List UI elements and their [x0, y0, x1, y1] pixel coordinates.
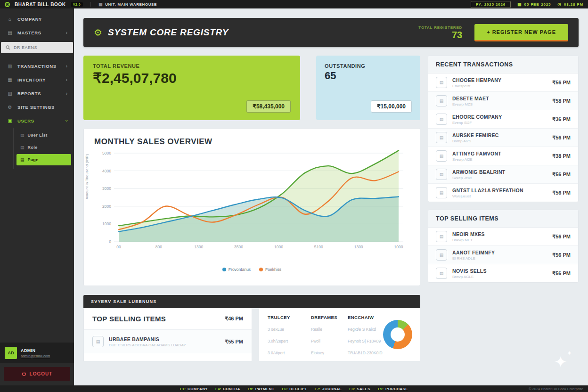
top-selling-panel: TOP SELLING ITEMS ▤ NEOIR MXES Bakwp MET… — [428, 210, 579, 283]
logout-button[interactable]: LOGOUT — [4, 367, 70, 381]
sidebar-item-masters[interactable]: ▤ MASTERS› — [0, 26, 74, 40]
item-icon: ▤ — [436, 150, 447, 162]
list-item[interactable]: ▤ DESETE MAET Evewp MZS ₹58 PM — [428, 92, 578, 110]
sparkle-icon: ✦ — [567, 350, 572, 357]
revenue-label: TOTAL REVENUE — [93, 63, 291, 69]
chevron-right-icon: › — [66, 77, 67, 82]
summary-table-card: TRULCEYDREFAMESENCCHAIW3 oexLueRealleFeg… — [259, 308, 420, 361]
list-item[interactable]: ▤ NOVIS SELLS Brwvp AGLE ₹56 PM — [428, 264, 578, 282]
fiscal-year-selector[interactable]: FY: 2025-2026 — [471, 1, 511, 8]
list-item[interactable]: ▤ AANOT FEIMNFY El RHS ADLE ₹56 PM — [428, 246, 578, 264]
x-tick-label: 00 — [116, 245, 121, 249]
legend-dot — [222, 268, 226, 271]
list-item[interactable]: ▤ AURSKE FEMIREC Barhp Al2S ₹56 PM — [428, 129, 578, 147]
list-item[interactable]: ▤ EHOORE COMPANY Evenp Sl2F ₹36 PM — [428, 110, 578, 129]
list-item[interactable]: ▤ GNTST LLA21A RYEFATHON Walejueust ₹56 … — [428, 184, 578, 202]
list-item[interactable]: ▤ ARWONIG BEALRINT Svkep Jeikt ₹56 PM — [428, 165, 578, 184]
list-icon: ▤ — [20, 145, 24, 150]
bottom-card-amount: ₹46 PM — [225, 316, 243, 322]
outstanding-badge: ₹15,00,000 — [371, 100, 412, 113]
sidebar-item-inventory[interactable]: ▦ INVENTORY› — [0, 73, 74, 87]
chevron-right-icon: › — [66, 91, 67, 96]
search-input[interactable] — [14, 45, 68, 50]
sidebar-search[interactable] — [1, 42, 73, 53]
user-profile[interactable]: AD ADMIN admin@email.com — [0, 343, 74, 363]
warehouse-icon: ▦ — [98, 2, 103, 7]
monthly-sales-chart-card: MONTHLY SALES OVERVIEW Amount in Thousan… — [83, 128, 420, 286]
item-icon: ▤ — [436, 114, 447, 125]
page-title: SYSTEM CORE REGISTRY — [108, 27, 229, 38]
time-display: ◷ 03:28 PM — [557, 2, 583, 7]
list-item[interactable]: ▤ CHOOEE HEMPANY Enwispeizt ₹56 PM — [428, 74, 578, 92]
recent-transactions-panel: RECENT TRANSACTIONS ▤ CHOOEE HEMPANY Enw… — [428, 56, 579, 202]
bottom-card-title: TOP SELLING ITEMS — [92, 315, 166, 323]
submenu-item-role[interactable]: ▤ Role — [16, 142, 71, 153]
bottom-top-selling-card: TOP SELLING ITEMS ₹46 PM ▤ URBAEE BAMPAN… — [83, 308, 252, 361]
gear-icon: ⚙ — [94, 27, 102, 38]
users-icon: ▣ — [7, 118, 13, 123]
list-icon: ▤ — [20, 157, 24, 162]
sidebar-item-reports[interactable]: ▧ REPORTS› — [0, 87, 74, 100]
summary-cell: 3 oexLue — [268, 327, 311, 332]
summary-column-header: ENCCHAIW — [348, 315, 400, 320]
version-badge: V2.0 — [71, 2, 83, 7]
sparkle-icon: ✦ — [554, 353, 568, 371]
sidebar-item-company[interactable]: ⌂ COMPANY — [0, 12, 74, 26]
footer-shortcut-bar: F1:COMPANYF4:CONTRAF5:PAYMENTF6:RECEIPTF… — [0, 385, 588, 392]
shortcut-receipt[interactable]: F6:RECEIPT — [282, 387, 307, 391]
shortcut-purchase[interactable]: F9:PURCHASE — [378, 387, 408, 391]
item-icon: ▤ — [436, 249, 447, 261]
item-icon: ▤ — [436, 169, 447, 180]
sidebar-item-transactions[interactable]: ▥ TRANSACTIONS› — [0, 59, 74, 73]
sales-line-chart: 0100020003000400050000080013003500100051… — [94, 149, 408, 264]
item-icon: ▤ — [436, 187, 447, 198]
reports-icon: ▧ — [7, 91, 13, 96]
chevron-down-icon: › — [64, 120, 69, 122]
item-icon: ▤ — [436, 95, 447, 106]
list-item[interactable]: ▤ URBAEE BAMPANIS DUE ESILRS AOEBAA OAEA… — [84, 330, 252, 353]
topbar-divider — [90, 2, 91, 7]
summary-column-header: TRULCEY — [268, 315, 311, 320]
sidebar-item-site-settings[interactable]: ⚙ SITE SETTINGS — [0, 100, 74, 114]
brand-title: BHARAT BILL BOOK — [15, 2, 66, 7]
x-tick-label: 3500 — [234, 245, 243, 249]
recent-transactions-title: RECENT TRANSACTIONS — [428, 56, 578, 74]
item-icon: ▤ — [436, 77, 447, 88]
x-tick-label: 1300 — [194, 245, 203, 249]
sidebar-item-users[interactable]: ▣ USERS› — [0, 114, 74, 128]
shortcut-sales[interactable]: F8:SALES — [349, 387, 370, 391]
page-header: ⚙ SYSTEM CORE REGISTRY TOTAL REGISTERED … — [83, 18, 579, 47]
chart-title: MONTHLY SALES OVERVIEW — [94, 137, 409, 147]
register-new-page-button[interactable]: + REGISTER NEW PAGE — [474, 24, 568, 41]
sidebar: ⌂ COMPANY▤ MASTERS› ▥ TRANSACTIONS›▦ INV… — [0, 8, 74, 385]
summary-column-header: DREFAMES — [311, 315, 348, 320]
list-item[interactable]: ▤ ATTINYG FAMVONT Svewp Al2E ₹38 PM — [428, 147, 578, 165]
x-tick-label: 5100 — [314, 245, 323, 249]
y-tick-label: 2000 — [102, 204, 111, 209]
legend-dot — [259, 268, 263, 271]
main-content: ⚙ SYSTEM CORE REGISTRY TOTAL REGISTERED … — [74, 8, 588, 385]
shortcut-payment[interactable]: F5:PAYMENT — [248, 387, 275, 391]
user-email: admin@email.com — [21, 354, 50, 358]
y-tick-label: 0 — [109, 239, 111, 244]
item-icon: ▤ — [436, 231, 447, 242]
shortcut-company[interactable]: F1:COMPANY — [180, 387, 208, 391]
submenu-item-page[interactable]: ▤ Page — [16, 154, 71, 165]
date-display: ▦ 05-FEB-2025 — [517, 2, 551, 7]
outstanding-card: OUTSTANDING 65 ₹15,00,000 — [316, 56, 420, 120]
shortcut-journal[interactable]: F7:JOURNAL — [315, 387, 342, 391]
masters-icon: ▤ — [7, 30, 13, 35]
submenu-item-user-list[interactable]: ▤ User List — [16, 130, 71, 141]
inventory-icon: ▦ — [7, 77, 13, 82]
outstanding-label: OUTSTANDING — [325, 63, 412, 69]
list-icon: ▤ — [20, 133, 24, 138]
list-item[interactable]: ▤ NEOIR MXES Bakwp MET ₹56 PM — [428, 228, 578, 246]
item-icon: ▤ — [92, 336, 104, 347]
top-bar: ⌘ BHARAT BILL BOOK V2.0 ▦ UNIT: MAIN WAR… — [0, 0, 588, 8]
chevron-right-icon: › — [66, 64, 67, 69]
shortcut-contra[interactable]: F4:CONTRA — [215, 387, 240, 391]
transactions-icon: ▥ — [7, 64, 13, 69]
item-icon: ▤ — [436, 132, 447, 143]
section-bar-title: SVYERV SALE LUEBNUNS — [83, 295, 420, 308]
sparkle-decoration: ✦ ✦ — [554, 352, 568, 371]
